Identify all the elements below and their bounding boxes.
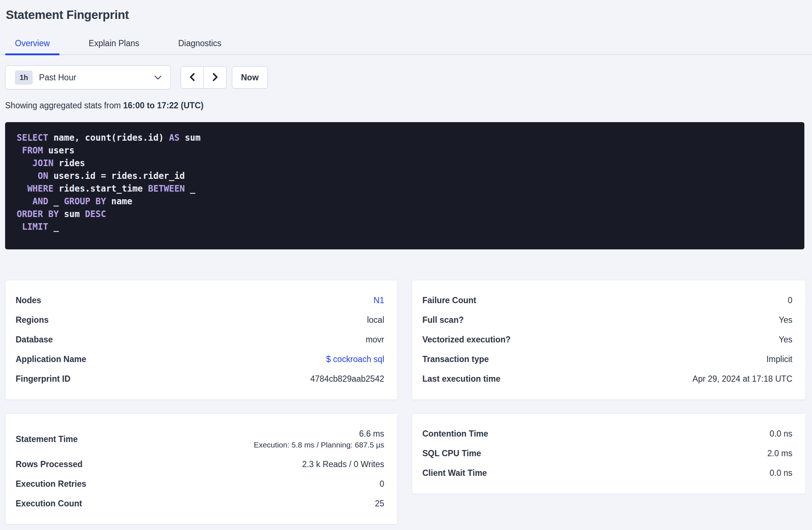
stat-value-group: local xyxy=(367,315,384,325)
sql-line: FROM users xyxy=(17,144,793,157)
sql-keyword: FROM xyxy=(22,145,43,156)
page-title: Statement Fingerprint xyxy=(6,8,812,22)
stat-label: Fingerprint ID xyxy=(16,374,71,384)
stat-row: SQL CPU Time2.0 ms xyxy=(422,443,792,463)
previous-interval-button[interactable] xyxy=(181,67,204,88)
sql-statement-box: SELECT name, count(rides.id) AS sum FROM… xyxy=(5,122,804,249)
stat-label: Client Wait Time xyxy=(422,468,487,478)
summary-range: 16:00 to 17:22 (UTC) xyxy=(123,101,204,110)
stat-value-group: 4784cb829aab2542 xyxy=(310,374,384,384)
stat-row: Transaction typeImplicit xyxy=(422,349,792,369)
stat-value: 0.0 ns xyxy=(769,429,792,439)
sql-line: JOIN rides xyxy=(17,157,793,170)
stat-value-link[interactable]: $ cockroach sql xyxy=(326,354,384,364)
stat-value-group: Implicit xyxy=(766,354,792,364)
stat-value: movr xyxy=(366,335,384,345)
sql-keyword: JOIN xyxy=(32,158,53,168)
stat-value: Yes xyxy=(779,335,792,345)
stat-row: Full scan?Yes xyxy=(422,310,792,330)
sql-text: name, count(rides.id) xyxy=(48,133,169,143)
sql-text xyxy=(17,158,32,168)
next-interval-button[interactable] xyxy=(204,67,226,88)
sql-keyword: DESC xyxy=(85,209,106,219)
stat-value-group: 0 xyxy=(788,296,792,305)
sql-line: ON users.id = rides.rider_id xyxy=(17,170,793,182)
stat-value: 2.3 k Reads / 0 Writes xyxy=(302,459,384,469)
stat-label: Execution Retries xyxy=(16,479,86,489)
card-execution-attributes: Failure Count0Full scan?YesVectorized ex… xyxy=(412,280,806,400)
stat-value-group: 2.0 ms xyxy=(767,449,792,458)
stat-row: Last execution timeApr 29, 2024 at 17:18… xyxy=(422,369,792,389)
sql-line: SELECT name, count(rides.id) AS sum xyxy=(17,132,793,144)
sql-text: _ xyxy=(48,222,59,232)
stat-value-link[interactable]: N1 xyxy=(374,296,384,305)
stat-row: Client Wait Time0.0 ns xyxy=(422,463,792,483)
sql-text xyxy=(17,222,22,232)
sql-text: name xyxy=(106,196,132,206)
stat-label: Contention Time xyxy=(422,429,488,439)
sql-text: rides xyxy=(53,158,85,168)
sql-keyword: BETWEEN xyxy=(148,184,185,194)
stat-value: 6.6 ms xyxy=(359,429,384,439)
sql-text xyxy=(17,145,22,156)
stat-row: Vectorized execution?Yes xyxy=(422,330,792,349)
stat-row: Contention Time0.0 ns xyxy=(422,424,792,443)
stat-label: Full scan? xyxy=(422,315,464,325)
sql-keyword: ON xyxy=(38,171,48,181)
stat-row: Statement Time6.6 msExecution: 5.8 ms / … xyxy=(16,424,384,454)
tab-explain-plans[interactable]: Explain Plans xyxy=(79,35,149,54)
stat-value-group: 0.0 ns xyxy=(769,429,792,439)
card-wait-times: Contention Time0.0 nsSQL CPU Time2.0 msC… xyxy=(412,413,806,494)
stat-value: Yes xyxy=(779,315,792,325)
sql-line: ORDER BY sum DESC xyxy=(17,208,793,221)
stat-label: Regions xyxy=(16,315,49,325)
stat-label: Database xyxy=(16,335,53,345)
stat-row: Fingerprint ID4784cb829aab2542 xyxy=(16,369,384,389)
stat-label: Last execution time xyxy=(422,374,501,384)
now-button[interactable]: Now xyxy=(232,66,268,89)
sql-text: users xyxy=(43,145,75,156)
stat-value: 0 xyxy=(379,479,384,489)
stat-value: Apr 29, 2024 at 17:18 UTC xyxy=(692,374,792,384)
stat-value: 2.0 ms xyxy=(767,449,792,458)
stat-value-group: movr xyxy=(366,335,384,345)
stat-value: 0.0 ns xyxy=(769,468,792,478)
stat-label: Statement Time xyxy=(16,434,78,444)
chevron-down-icon xyxy=(154,75,162,80)
sql-keyword: AS xyxy=(169,133,180,143)
card-statement-timing: Statement Time6.6 msExecution: 5.8 ms / … xyxy=(5,413,398,525)
stat-value: Implicit xyxy=(766,354,792,364)
card-statement-details: NodesN1RegionslocalDatabasemovrApplicati… xyxy=(5,280,398,400)
sql-text xyxy=(17,184,27,194)
stat-row: Execution Retries0 xyxy=(16,474,384,494)
stat-value-group: Apr 29, 2024 at 17:18 UTC xyxy=(692,374,792,384)
stat-row: NodesN1 xyxy=(16,290,384,310)
stat-label: Failure Count xyxy=(422,296,476,305)
sql-keyword: LIMIT xyxy=(22,222,48,232)
stat-row: Application Name$ cockroach sql xyxy=(16,349,384,369)
chevron-left-icon xyxy=(188,72,196,83)
stat-row: Execution Count25 xyxy=(16,494,384,513)
stat-subline: Execution: 5.8 ms / Planning: 687.5 µs xyxy=(254,441,384,449)
time-range-badge: 1h xyxy=(15,71,33,85)
stat-value-group: 2.3 k Reads / 0 Writes xyxy=(302,459,384,469)
sql-line: WHERE rides.start_time BETWEEN _ xyxy=(17,182,793,195)
aggregated-stats-summary: Showing aggregated stats from 16:00 to 1… xyxy=(5,100,812,111)
stat-value: 25 xyxy=(375,499,384,509)
stat-value-group: 6.6 msExecution: 5.8 ms / Planning: 687.… xyxy=(254,429,384,449)
tab-diagnostics[interactable]: Diagnostics xyxy=(168,35,231,54)
tab-overview[interactable]: Overview xyxy=(5,35,60,54)
stat-label: Execution Count xyxy=(16,499,82,509)
sql-text: _ xyxy=(48,196,64,206)
stat-label: Vectorized execution? xyxy=(422,335,511,345)
stat-value-group: Yes xyxy=(779,315,792,325)
sql-text: sum xyxy=(180,133,201,143)
stat-row: Databasemovr xyxy=(16,330,384,349)
time-range-select[interactable]: 1h Past Hour xyxy=(5,65,171,89)
stat-row: Regionslocal xyxy=(16,310,384,330)
statement-fingerprint-page: Statement Fingerprint Overview Explain P… xyxy=(0,8,812,525)
sql-keyword: WHERE xyxy=(27,184,53,194)
sql-text xyxy=(17,171,38,181)
sql-keyword: ORDER BY xyxy=(17,209,59,219)
summary-cards: NodesN1RegionslocalDatabasemovrApplicati… xyxy=(5,280,806,525)
